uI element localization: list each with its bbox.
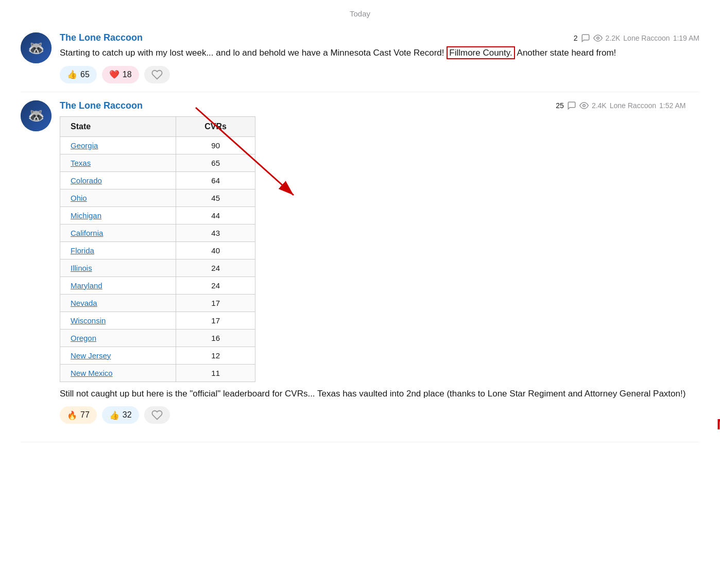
table-col1-header: State [60,116,176,136]
table-cvrs-cell: 64 [176,171,255,189]
bookmark-icon-1 [151,69,163,80]
table-row: California43 [60,224,255,241]
table-cvrs-cell: 12 [176,347,255,364]
post-2-body-text: Still not caught up but here is the "off… [60,387,685,401]
post-1-author[interactable]: The Lone Raccoon [60,32,143,43]
table-state-cell[interactable]: California [60,224,176,241]
svg-point-3 [583,105,586,107]
eye-icon-1 [593,33,603,43]
heart-emoji-1: ❤️ [109,70,119,79]
post-2-stats: 25 2.4K Lone Raccoon 1:52 AM [556,101,685,110]
post-2-body: The Lone Raccoon 25 2.4K Lone Raccoon 1:… [60,100,699,434]
table-row: New Jersey12 [60,347,255,364]
table-state-cell[interactable]: Texas [60,154,176,171]
table-row: Illinois24 [60,259,255,276]
post-1-content: The Lone Raccoon 2 2.2K Lone Raccoon 1:1… [60,32,699,83]
table-row: Florida40 [60,241,255,259]
table-row: New Mexico11 [60,364,255,382]
table-state-cell[interactable]: Colorado [60,171,176,189]
thumbs-count-1: 65 [80,70,90,79]
table-row: Colorado64 [60,171,255,189]
post-1: 🦝 The Lone Raccoon 2 2.2K Lone Raccoon 1… [21,24,699,92]
heart-reaction-1[interactable]: ❤️ 18 [102,66,139,83]
post-1-time: 1:19 AM [673,34,699,42]
annotation-2-container: And Fillmore Countyisn't the only onein … [716,299,720,434]
table-row: Nevada17 [60,294,255,312]
thumbs-count-2: 32 [123,410,132,420]
heart-count-1: 18 [123,70,132,79]
reply-icon-1 [581,33,590,43]
table-cvrs-cell: 17 [176,312,255,329]
table-state-cell[interactable]: Oregon [60,329,176,347]
table-cvrs-cell: 16 [176,329,255,347]
fire-count-2: 77 [80,410,90,420]
fire-emoji-2: 🔥 [67,410,77,420]
post-1-reactions: 👍 65 ❤️ 18 [60,66,699,83]
cvr-table: State CVRs Georgia90Texas65Colorado64Ohi… [60,116,255,382]
table-state-cell[interactable]: Illinois [60,259,176,276]
fillmore-county-highlight: Fillmore County. [447,46,515,59]
post-2-annotations: After the MNSOS impliesthere aren't any … [696,100,720,434]
table-row: Michigan44 [60,206,255,224]
table-state-cell[interactable]: Maryland [60,276,176,294]
table-cvrs-cell: 40 [176,241,255,259]
post-2-reactions: 🔥 77 👍 32 [60,406,685,424]
table-row: Oregon16 [60,329,255,347]
bookmark-icon-2 [151,409,163,421]
table-state-cell[interactable]: Ohio [60,189,176,206]
fire-reaction-2[interactable]: 🔥 77 [60,406,97,424]
post-2: 🦝 The Lone Raccoon 25 2.4K Lone Raccoon … [21,92,699,443]
thumbs-emoji-1: 👍 [67,70,77,79]
table-row: Wisconsin17 [60,312,255,329]
post-1-reply-count: 2 [574,34,578,42]
table-row: Texas65 [60,154,255,171]
thumbs-reaction-2[interactable]: 👍 32 [102,406,139,424]
post-1-text-before: Starting to catch up with my lost week..… [60,48,447,58]
table-state-cell[interactable]: Wisconsin [60,312,176,329]
post-2-time: 1:52 AM [659,101,685,110]
thumbs-reaction-1[interactable]: 👍 65 [60,66,97,83]
svg-point-0 [596,37,599,39]
post-1-view-count: 2.2K [606,34,621,42]
reply-icon-2 [567,101,576,110]
table-cvrs-cell: 45 [176,189,255,206]
table-cvrs-cell: 17 [176,294,255,312]
other-reaction-2[interactable] [144,406,170,424]
thumbs-emoji-2: 👍 [109,410,119,420]
table-cvrs-cell: 24 [176,276,255,294]
post-2-view-count: 2.4K [592,101,607,110]
table-cvrs-cell: 43 [176,224,255,241]
table-row: Ohio45 [60,189,255,206]
post-2-left: The Lone Raccoon 25 2.4K Lone Raccoon 1:… [60,100,685,434]
table-state-cell[interactable]: New Jersey [60,347,176,364]
post-2-author[interactable]: The Lone Raccoon [60,100,143,111]
annotation-1-container: After the MNSOS impliesthere aren't any … [716,152,720,268]
table-state-cell[interactable]: Georgia [60,136,176,154]
table-cvrs-cell: 24 [176,259,255,276]
annotation-text-1: After the MNSOS impliesthere aren't any … [716,152,720,268]
table-row: Georgia90 [60,136,255,154]
post-1-meta: The Lone Raccoon 2 2.2K Lone Raccoon 1:1… [60,32,699,43]
eye-icon-2 [579,101,589,110]
date-header: Today [0,0,720,24]
annotation-text-2: And Fillmore Countyisn't the only onein … [716,299,720,434]
post-2-viewer-label: Lone Raccoon [610,101,656,110]
table-cvrs-cell: 90 [176,136,255,154]
table-state-cell[interactable]: Florida [60,241,176,259]
table-row: Maryland24 [60,276,255,294]
table-cvrs-cell: 44 [176,206,255,224]
table-state-cell[interactable]: New Mexico [60,364,176,382]
post-1-stats: 2 2.2K Lone Raccoon 1:19 AM [574,33,699,43]
other-reaction-1[interactable] [144,66,170,83]
post-1-text-after: Another state heard from! [515,48,616,58]
post-2-meta: The Lone Raccoon 25 2.4K Lone Raccoon 1:… [60,100,685,111]
table-state-cell[interactable]: Michigan [60,206,176,224]
table-state-cell[interactable]: Nevada [60,294,176,312]
post-2-reply-count: 25 [556,101,564,110]
avatar-image-2: 🦝 [21,100,52,131]
post-1-viewer-label: Lone Raccoon [623,34,670,42]
table-col2-header: CVRs [176,116,255,136]
avatar-1: 🦝 [21,32,52,63]
table-cvrs-cell: 65 [176,154,255,171]
avatar-image-1: 🦝 [21,32,52,63]
